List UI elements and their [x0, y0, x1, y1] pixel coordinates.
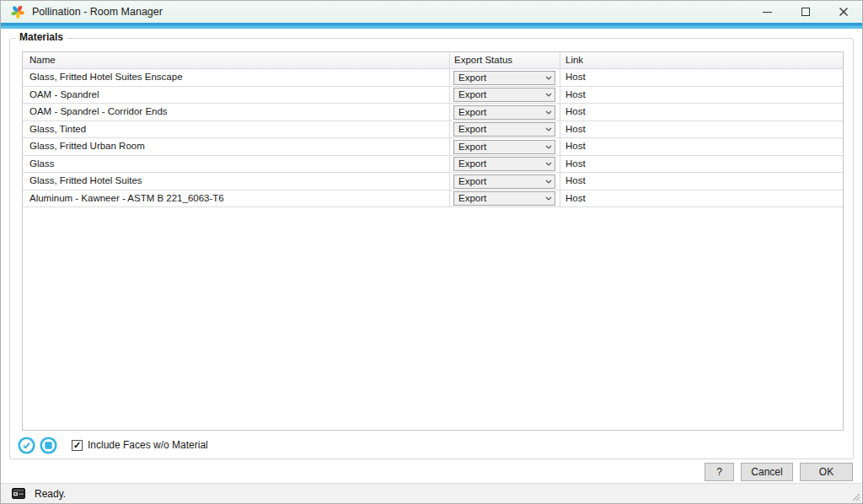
export-status-dropdown[interactable]: Export: [453, 88, 555, 102]
help-button[interactable]: ?: [705, 463, 734, 481]
table-row[interactable]: OAM - SpandrelExportHost: [23, 87, 843, 105]
chevron-down-icon: [543, 93, 555, 97]
export-status-cell: Export: [449, 87, 560, 104]
ok-button[interactable]: OK: [800, 463, 853, 481]
export-status-value: Export: [454, 141, 543, 153]
table-row[interactable]: Glass, Fritted Hotel Suites EnscapeExpor…: [23, 69, 843, 87]
group-footer: ✓ Include Faces w/o Material: [18, 436, 208, 454]
column-header-link[interactable]: Link: [560, 52, 843, 68]
link-cell: Host: [560, 87, 843, 104]
export-status-dropdown[interactable]: Export: [453, 191, 555, 206]
table-row[interactable]: Glass, Fritted Hotel SuitesExportHost: [23, 173, 843, 190]
accent-strip: [1, 23, 862, 29]
table-row[interactable]: GlassExportHost: [23, 156, 843, 174]
window-titlebar[interactable]: Pollination - Room Manager: [1, 1, 862, 23]
link-cell: Host: [560, 104, 843, 121]
pollination-app-icon: [10, 4, 25, 19]
table-row[interactable]: Aluminum - Kawneer - ASTM B 221_6063-T6E…: [23, 190, 843, 208]
materials-group-label: Materials: [16, 31, 67, 43]
export-status-value: Export: [454, 106, 543, 119]
link-cell: Host: [560, 69, 843, 86]
table-row[interactable]: Glass, Fritted Urban RoomExportHost: [23, 138, 843, 156]
console-icon: [12, 488, 25, 499]
chevron-down-icon: [543, 76, 555, 80]
export-status-value: Export: [454, 192, 543, 205]
minimize-icon: [763, 12, 772, 13]
export-status-dropdown[interactable]: Export: [453, 71, 555, 85]
material-name-cell: Aluminum - Kawneer - ASTM B 221_6063-T6: [23, 190, 449, 207]
export-status-dropdown[interactable]: Export: [453, 140, 555, 154]
materials-groupbox: Materials Name Export Status Link Glass,…: [9, 38, 854, 459]
resize-grip[interactable]: [850, 491, 860, 501]
export-status-dropdown[interactable]: Export: [453, 174, 555, 189]
export-status-cell: Export: [449, 121, 560, 138]
table-row[interactable]: OAM - Spandrel - Corridor EndsExportHost: [23, 104, 843, 121]
chevron-down-icon: [543, 127, 555, 131]
link-cell: Host: [560, 173, 843, 190]
status-text: Ready.: [35, 488, 66, 500]
export-status-cell: Export: [449, 156, 560, 173]
dialog-content: Materials Name Export Status Link Glass,…: [1, 29, 862, 485]
export-status-cell: Export: [449, 190, 560, 207]
room-manager-dialog: Pollination - Room Manager Materials Nam…: [0, 0, 863, 504]
export-status-value: Export: [454, 158, 543, 170]
materials-table: Name Export Status Link Glass, Fritted H…: [22, 51, 844, 431]
export-status-cell: Export: [449, 104, 560, 121]
window-title: Pollination - Room Manager: [32, 6, 163, 18]
include-faces-checkbox[interactable]: ✓: [72, 440, 83, 451]
chevron-down-icon: [543, 180, 555, 184]
maximize-icon: [801, 8, 810, 16]
material-name-cell: Glass, Fritted Hotel Suites: [23, 173, 449, 190]
close-button[interactable]: [824, 1, 862, 23]
include-faces-checkbox-group: ✓ Include Faces w/o Material: [72, 439, 208, 451]
export-status-value: Export: [454, 175, 543, 188]
material-name-cell: OAM - Spandrel - Corridor Ends: [23, 104, 449, 121]
export-status-value: Export: [454, 72, 543, 84]
check-all-circle-button[interactable]: [18, 437, 35, 454]
material-name-cell: Glass, Tinted: [23, 121, 449, 138]
checkmark-icon: ✓: [73, 440, 81, 449]
window-controls: [748, 1, 862, 23]
chevron-down-icon: [543, 110, 555, 115]
status-bar: Ready.: [1, 483, 862, 503]
export-status-dropdown[interactable]: Export: [453, 105, 555, 120]
column-header-name[interactable]: Name: [23, 52, 449, 68]
maximize-button[interactable]: [786, 1, 824, 23]
chevron-down-icon: [543, 145, 555, 149]
table-header-row: Name Export Status Link: [23, 52, 843, 69]
material-name-cell: Glass: [23, 156, 449, 173]
link-cell: Host: [560, 121, 843, 138]
export-status-cell: Export: [449, 138, 560, 155]
export-status-cell: Export: [449, 69, 560, 86]
material-name-cell: Glass, Fritted Hotel Suites Enscape: [23, 69, 449, 86]
export-status-cell: Export: [449, 173, 560, 190]
export-status-value: Export: [454, 88, 543, 101]
square-circle-button[interactable]: [40, 437, 57, 454]
material-name-cell: OAM - Spandrel: [23, 87, 449, 104]
export-status-value: Export: [454, 123, 543, 136]
table-body: Glass, Fritted Hotel Suites EnscapeExpor…: [23, 69, 843, 207]
link-cell: Host: [560, 190, 843, 207]
cancel-button[interactable]: Cancel: [741, 463, 793, 481]
material-name-cell: Glass, Fritted Urban Room: [23, 138, 449, 155]
chevron-down-icon: [543, 196, 555, 201]
export-status-dropdown[interactable]: Export: [453, 157, 555, 171]
close-icon: [839, 7, 849, 17]
link-cell: Host: [560, 156, 843, 173]
link-cell: Host: [560, 138, 843, 155]
table-row[interactable]: Glass, TintedExportHost: [23, 121, 843, 139]
include-faces-label: Include Faces w/o Material: [88, 439, 208, 451]
chevron-down-icon: [543, 162, 555, 166]
column-header-export-status[interactable]: Export Status: [449, 52, 560, 68]
minimize-button[interactable]: [748, 1, 786, 23]
export-status-dropdown[interactable]: Export: [453, 122, 555, 137]
